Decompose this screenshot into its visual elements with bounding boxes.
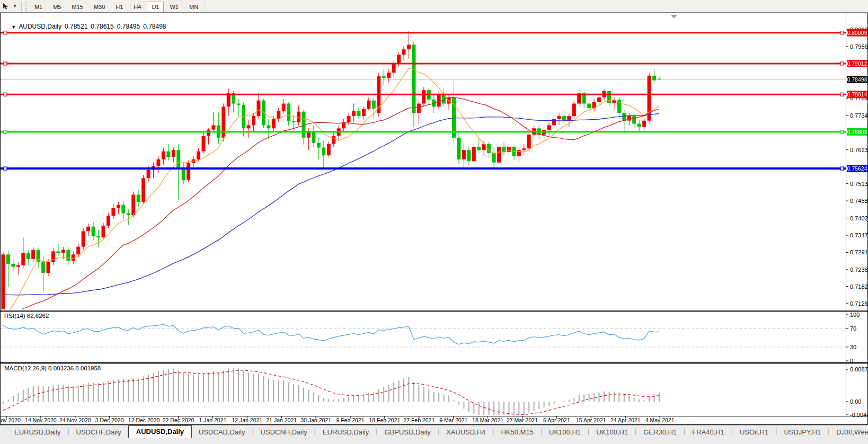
candle-up [642, 121, 646, 127]
candle-up [21, 253, 25, 265]
candle-down [6, 254, 10, 264]
date-label: 14 Nov 2020 [25, 417, 57, 423]
timeframe-button-h4[interactable]: H4 [129, 2, 146, 12]
candle-up [107, 216, 110, 226]
tab-fra40-h1[interactable]: FRA40,H1 [685, 427, 731, 438]
rsi-tick-label: 100 [850, 312, 860, 318]
timeframe-button-m30[interactable]: M30 [89, 2, 110, 12]
tab-usdcad-daily[interactable]: USDCAD,Daily [192, 427, 252, 438]
tab-dj30-weekly[interactable]: DJ30,Weekly [829, 427, 868, 438]
candle-up [61, 250, 65, 253]
candle-up [552, 119, 556, 126]
line-anchor-marker[interactable] [4, 31, 7, 34]
tab-xauusd-h4[interactable]: XAUUSD,H4 [439, 427, 492, 438]
date-label: 12 Dec 2020 [128, 417, 160, 423]
candle-up [597, 97, 601, 102]
line-anchor-marker[interactable] [4, 93, 7, 96]
tab-gbpusd-daily[interactable]: GBPUSD,Daily [377, 427, 437, 438]
tab-ger30-h1[interactable]: GER30,H1 [636, 427, 684, 438]
chart-cursor-icon[interactable] [1, 2, 11, 11]
candle-down [372, 101, 376, 109]
date-label: 1 Jan 2021 [199, 417, 226, 423]
candle-up [111, 208, 115, 216]
symbol-tab-bar: EURUSD,Daily|USDCHF,DailyAUDUSD,DailyUSD… [0, 425, 868, 444]
tab-usoil-h1[interactable]: USOil,H1 [733, 427, 775, 438]
line-anchor-marker[interactable] [840, 167, 844, 170]
candle-down [137, 194, 140, 201]
timeframe-button-w1[interactable]: W1 [165, 2, 183, 12]
candle-up [567, 116, 571, 121]
candle-up [16, 265, 20, 267]
macd-tick-label: 0.00 [850, 398, 861, 405]
line-anchor-marker[interactable] [840, 93, 844, 96]
timeframe-button-mn[interactable]: MN [184, 2, 203, 12]
tab-uk100-h1[interactable]: UK100,H1 [589, 427, 635, 438]
tab-eurusd-daily[interactable]: EURUSD,Daily [316, 427, 376, 438]
tab-usdcnh-daily[interactable]: USDCNH,Daily [254, 427, 314, 438]
candle-up [82, 231, 85, 246]
candle-down [267, 125, 270, 128]
candle-up [517, 150, 521, 156]
timeframe-button-m1[interactable]: M1 [30, 2, 47, 12]
tab-eurusd-daily[interactable]: EURUSD,Daily [7, 427, 67, 438]
price-tick-label: 0.76230 [850, 147, 868, 153]
candle-down [237, 103, 241, 104]
price-tick-label: 0.74025 [850, 215, 868, 221]
line-anchor-marker[interactable] [840, 130, 844, 134]
candle-up [417, 103, 421, 113]
tab-hk50-m15[interactable]: HK50,M15 [494, 427, 540, 438]
macd-tick-label: -0.004451 [850, 412, 868, 418]
candle-down [607, 91, 611, 103]
candle-up [227, 93, 231, 106]
line-anchor-marker[interactable] [840, 62, 844, 65]
date-label: 18 Feb 2021 [369, 417, 400, 423]
line-anchor-marker[interactable] [840, 31, 844, 34]
current-price-tag: 0.78498 [847, 76, 867, 83]
timeframe-button-h1[interactable]: H1 [111, 2, 128, 12]
line-anchor-marker[interactable] [4, 167, 7, 170]
candle-down [302, 112, 306, 138]
candle-down [317, 143, 321, 148]
candle-up [527, 135, 531, 148]
line-anchor-marker[interactable] [4, 62, 7, 65]
line-anchor-marker[interactable] [4, 130, 7, 134]
toolbar-grip[interactable] [25, 2, 26, 11]
candle-up [627, 116, 631, 121]
candle-down [312, 131, 315, 143]
candle-up [47, 262, 50, 273]
timeframe-button-m15[interactable]: M15 [67, 2, 87, 12]
candle-up [402, 49, 406, 55]
timeframe-button-d1[interactable]: D1 [147, 2, 164, 12]
tab-usdchf-daily[interactable]: USDCHF,Daily [69, 427, 128, 438]
candle-down [467, 150, 471, 161]
candle-up [31, 250, 35, 260]
candle-down [457, 138, 460, 159]
candle-down [492, 153, 496, 163]
candle-up [572, 103, 576, 116]
candle-down [502, 147, 506, 152]
candle-down [121, 205, 125, 214]
tab-audusd-daily[interactable]: AUDUSD,Daily [128, 425, 192, 438]
candle-up [462, 150, 466, 159]
candle-up [207, 130, 210, 136]
timeframe-buttons-group: M1M5M15M30H1H4D1W1MN [29, 2, 203, 11]
candle-up [117, 205, 120, 208]
timeframe-button-m5[interactable]: M5 [48, 2, 66, 12]
price-tag-text: 0.80009 [847, 30, 867, 36]
date-label: 15 Apr 2021 [576, 417, 606, 423]
candle-up [387, 73, 391, 78]
date-label: 22 Dec 2020 [163, 417, 194, 423]
date-label: 18 Mar 2021 [472, 417, 503, 423]
candle-up [282, 103, 286, 111]
tab-uk100-h1[interactable]: UK100,H1 [542, 427, 588, 438]
candle-up [397, 55, 401, 64]
candle-up [437, 94, 441, 106]
candle-up [522, 148, 526, 150]
tab-usdjpy-h1[interactable]: USDJPY,H1 [777, 427, 828, 438]
price-tick-label: 0.79560 [850, 43, 868, 50]
date-label: 5 Nov 2020 [0, 417, 21, 423]
candle-down [412, 45, 415, 113]
candle-up [507, 147, 511, 152]
candle-up [362, 109, 366, 116]
dropdown-caret-icon[interactable]: ▼ [11, 4, 19, 8]
